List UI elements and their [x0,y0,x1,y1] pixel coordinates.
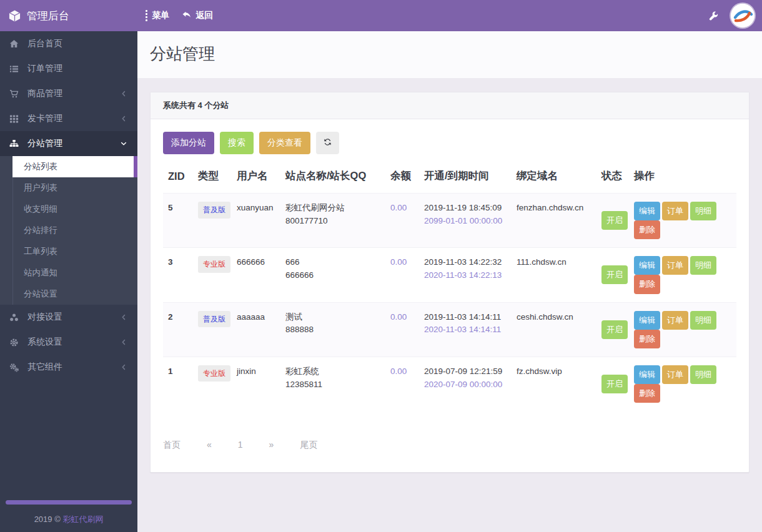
sidebar-item-label: 分站管理 [27,138,120,149]
sitemap-icon [9,139,20,149]
site-name: 彩虹代刷网分站 [285,202,385,215]
sidebar-subitem-finance-detail[interactable]: 收支明细 [0,199,137,220]
toolbar: 添加分站 搜索 分类查看 [163,132,736,154]
content-area: 系统共有 4 个分站 添加分站 搜索 分类查看 ZID类型用户名站点名称/站长Q… [137,78,762,486]
time-cell: 2019-07-09 12:21:592020-07-09 00:00:00 [424,357,517,411]
pagination-last[interactable]: 尾页 [300,440,317,451]
sidebar-item-label: 对接设置 [27,312,120,323]
status-toggle-button[interactable]: 开启 [601,211,628,230]
chevron-left-icon [120,313,127,321]
sidebar-item-orders[interactable]: 订单管理 [0,56,137,81]
category-view-button[interactable]: 分类查看 [259,132,310,154]
sidebar-item-substations[interactable]: 分站管理 [0,131,137,156]
home-icon [9,39,20,49]
delete-button[interactable]: 删除 [634,275,660,293]
sidebar-subitem-substation-list[interactable]: 分站列表 [12,156,137,177]
orders-button[interactable]: 订单 [662,202,688,220]
panel-heading: 系统共有 4 个分站 [151,92,749,119]
chevron-left-icon [120,115,127,122]
type-cell: 普及版 [198,194,237,248]
delete-button[interactable]: 删除 [634,384,660,403]
sidebar-item-label: 后台首页 [27,38,127,49]
username-cell: aaaaaa [237,302,285,357]
orders-button[interactable]: 订单 [662,256,688,275]
expire-time: 2020-11-03 14:22:13 [424,269,512,282]
site-qq: 800177710 [285,215,385,228]
detail-button[interactable]: 明细 [690,202,716,220]
type-badge: 普及版 [198,311,230,328]
sidebar-item-cards[interactable]: 发卡管理 [0,106,137,131]
open-time: 2019-11-03 14:22:32 [424,256,512,269]
chevron-left-icon [120,363,127,371]
cogs-icon [9,363,20,372]
edit-button[interactable]: 编辑 [634,365,660,384]
site-qq: 888888 [285,323,385,337]
sidebar-subitem-user-list[interactable]: 用户列表 [0,177,137,199]
status-cell: 开启 [601,248,634,302]
expire-time: 2020-07-09 00:00:00 [424,378,512,392]
delete-button[interactable]: 删除 [634,220,660,239]
footer-brand-link[interactable]: 彩虹代刷网 [62,515,103,524]
detail-button[interactable]: 明细 [690,365,716,384]
pagination-first[interactable]: 首页 [163,440,181,451]
table-row: 1专业版jinxin彩虹系统123858110.002019-07-09 12:… [163,357,736,411]
domain-cell: ceshi.chdsw.cn [517,302,601,357]
sidebar-item-docking[interactable]: 对接设置 [0,305,137,330]
actions-cell: 编辑订单明细删除 [634,357,736,411]
open-time: 2019-11-19 18:45:09 [424,202,512,215]
actions-cell: 编辑订单明细删除 [634,248,736,302]
menu-label: 菜单 [152,10,169,21]
column-header: 绑定域名 [517,159,601,194]
wrench-icon[interactable] [709,11,718,21]
status-toggle-button[interactable]: 开启 [601,265,628,284]
status-toggle-button[interactable]: 开启 [601,375,628,393]
delete-button[interactable]: 删除 [634,330,660,348]
table-row: 3专业版6666666666666660.002019-11-03 14:22:… [163,248,736,302]
menu-toggle[interactable]: 菜单 [146,10,169,22]
type-cell: 专业版 [198,357,237,411]
pagination-page-1[interactable]: 1 [238,440,243,451]
actions-cell: 编辑订单明细删除 [634,194,736,248]
edit-button[interactable]: 编辑 [634,256,660,275]
sidebar-item-label: 其它组件 [27,362,120,373]
sidebar-item-system[interactable]: 系统设置 [0,330,137,355]
pagination-prev[interactable]: « [207,440,212,451]
add-substation-button[interactable]: 添加分站 [163,132,214,154]
top-header: 管理后台 菜单 返回 [0,0,762,31]
sidebar-item-home[interactable]: 后台首页 [0,31,137,56]
sidebar-subitem-site-notice[interactable]: 站内通知 [0,262,137,283]
search-button[interactable]: 搜索 [220,132,254,154]
avatar[interactable] [731,4,755,27]
column-header: 余额 [390,159,424,194]
sidebar-item-other[interactable]: 其它组件 [0,355,137,380]
edit-button[interactable]: 编辑 [634,202,660,220]
edit-button[interactable]: 编辑 [634,311,660,330]
status-toggle-button[interactable]: 开启 [601,320,628,339]
pagination-next[interactable]: » [269,440,274,451]
footer-accent-bar [6,500,132,505]
sidebar-item-products[interactable]: 商品管理 [0,81,137,106]
detail-button[interactable]: 明细 [690,311,716,330]
back-button[interactable]: 返回 [182,10,213,21]
sidebar-subitem-substation-settings[interactable]: 分站设置 [0,283,137,305]
sidebar-submenu: 分站列表用户列表收支明细分站排行工单列表站内通知分站设置 [0,156,137,305]
site-qq: 666666 [285,269,385,282]
table-row: 5普及版xuanyuan彩虹代刷网分站8001777100.002019-11-… [163,194,736,248]
type-badge: 专业版 [198,365,230,382]
balance-cell: 0.00 [390,302,424,357]
copyright: 2019 © 彩虹代刷网 [0,514,137,525]
actions-cell: 编辑订单明细删除 [634,302,736,357]
sidebar-menu: 后台首页订单管理商品管理发卡管理分站管理分站列表用户列表收支明细分站排行工单列表… [0,31,137,380]
cart-icon [9,89,20,99]
expire-time: 2099-01-01 00:00:00 [424,215,512,228]
detail-button[interactable]: 明细 [690,256,716,275]
orders-button[interactable]: 订单 [662,311,688,330]
brand[interactable]: 管理后台 [0,9,137,23]
sidebar-subitem-ticket-list[interactable]: 工单列表 [0,241,137,262]
back-arrow-icon [182,10,191,21]
orders-button[interactable]: 订单 [662,365,688,384]
sidebar-subitem-substation-rank[interactable]: 分站排行 [0,220,137,241]
refresh-button[interactable] [316,132,339,154]
column-header: 类型 [198,159,237,194]
site-cell: 彩虹代刷网分站800177710 [285,194,390,248]
